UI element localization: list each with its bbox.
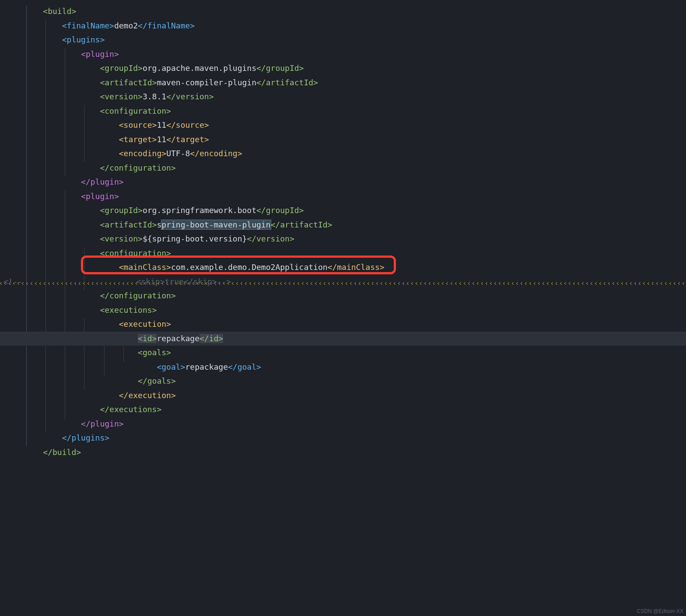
- code-line[interactable]: <plugins>: [0, 33, 686, 47]
- code-line[interactable]: <artifactId>spring-boot-maven-plugin</ar…: [0, 218, 686, 232]
- code-line[interactable]: <executions>: [0, 303, 686, 318]
- code-line[interactable]: <plugin>: [0, 47, 686, 62]
- code-line[interactable]: <finalName>demo2</finalName>: [0, 19, 686, 33]
- code-line[interactable]: <version>3.8.1</version>: [0, 90, 686, 104]
- code-line[interactable]: <groupId>org.springframework.boot</group…: [0, 203, 686, 218]
- comment-line[interactable]: <!-- <skip>true</skip>-->: [0, 275, 686, 289]
- code-line[interactable]: <source>11</source>: [0, 118, 686, 133]
- code-line[interactable]: <goals>: [0, 346, 686, 360]
- watermark: CSDN @Edison-XX: [637, 608, 683, 614]
- code-line[interactable]: <encoding>UTF-8</encoding>: [0, 147, 686, 161]
- code-line[interactable]: <goal>repackage</goal>: [0, 360, 686, 374]
- code-line[interactable]: <execution>: [0, 317, 686, 332]
- code-line[interactable]: <artifactId>maven-compiler-plugin</artif…: [0, 76, 686, 90]
- code-line[interactable]: </plugin>: [0, 175, 686, 189]
- code-line[interactable]: <version>${spring-boot.version}</version…: [0, 232, 686, 246]
- selected-text[interactable]: pring-boot-maven-plugin: [161, 220, 270, 229]
- current-line[interactable]: <id>repackage</id>: [0, 332, 686, 346]
- code-line[interactable]: </plugins>: [0, 431, 686, 445]
- highlighted-line[interactable]: <mainClass>com.example.demo.Demo2Applica…: [0, 260, 686, 275]
- code-line[interactable]: <groupId>org.apache.maven.plugins</group…: [0, 61, 686, 76]
- code-line[interactable]: <configuration>: [0, 104, 686, 119]
- code-editor[interactable]: 💡 <build> <finalName>demo2</finalName> <…: [0, 0, 686, 459]
- code-line[interactable]: <configuration>: [0, 246, 686, 261]
- code-line[interactable]: </configuration>: [0, 289, 686, 303]
- code-line[interactable]: </goals>: [0, 374, 686, 388]
- code-line[interactable]: </configuration>: [0, 161, 686, 175]
- code-line[interactable]: </executions>: [0, 402, 686, 417]
- code-line[interactable]: <plugin>: [0, 189, 686, 204]
- code-line[interactable]: <build>: [0, 4, 686, 19]
- xml-tag: <build>: [43, 7, 76, 16]
- code-line[interactable]: </build>: [0, 445, 686, 460]
- code-line[interactable]: <target>11</target>: [0, 133, 686, 147]
- code-line[interactable]: </plugin>: [0, 417, 686, 431]
- code-line[interactable]: </execution>: [0, 388, 686, 403]
